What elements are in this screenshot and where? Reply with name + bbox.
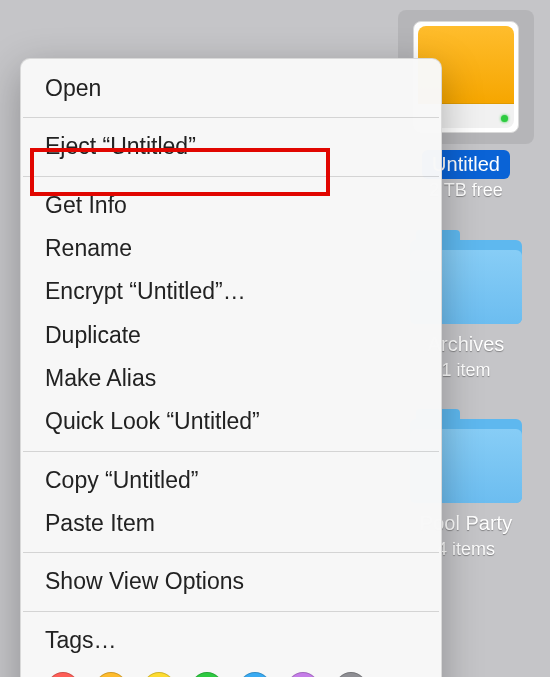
menu-eject[interactable]: Eject “Untitled” xyxy=(21,125,441,168)
tags-row xyxy=(21,662,441,677)
menu-show-view-options[interactable]: Show View Options xyxy=(21,560,441,603)
menu-get-info[interactable]: Get Info xyxy=(21,184,441,227)
tag-green[interactable] xyxy=(191,672,223,677)
tag-yellow[interactable] xyxy=(143,672,175,677)
menu-quick-look[interactable]: Quick Look “Untitled” xyxy=(21,400,441,443)
menu-open[interactable]: Open xyxy=(21,67,441,110)
menu-copy[interactable]: Copy “Untitled” xyxy=(21,459,441,502)
menu-separator xyxy=(23,451,439,452)
menu-rename[interactable]: Rename xyxy=(21,227,441,270)
tag-blue[interactable] xyxy=(239,672,271,677)
menu-separator xyxy=(23,176,439,177)
menu-paste-item[interactable]: Paste Item xyxy=(21,502,441,545)
menu-encrypt[interactable]: Encrypt “Untitled”… xyxy=(21,270,441,313)
menu-make-alias[interactable]: Make Alias xyxy=(21,357,441,400)
menu-separator xyxy=(23,611,439,612)
tag-gray[interactable] xyxy=(335,672,367,677)
context-menu: Open Eject “Untitled” Get Info Rename En… xyxy=(20,58,442,677)
menu-tags[interactable]: Tags… xyxy=(21,619,441,662)
tag-purple[interactable] xyxy=(287,672,319,677)
tag-orange[interactable] xyxy=(95,672,127,677)
menu-duplicate[interactable]: Duplicate xyxy=(21,314,441,357)
tag-red[interactable] xyxy=(47,672,79,677)
menu-separator xyxy=(23,117,439,118)
menu-separator xyxy=(23,552,439,553)
